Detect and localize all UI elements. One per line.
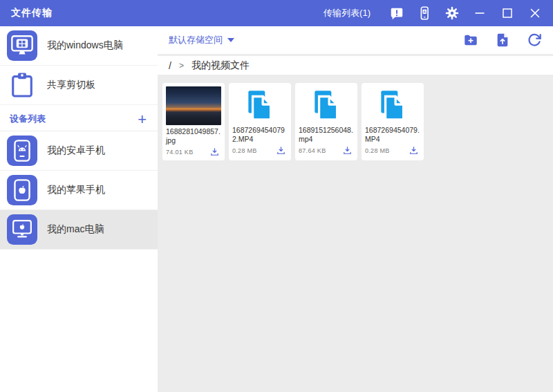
titlebar: 文件传输 传输列表(1) A — [0, 0, 553, 26]
titlebar-actions: 传输列表(1) A — [324, 0, 549, 26]
window-title: 文件传输 — [11, 7, 53, 19]
sidebar-item-label: 我的安卓手机 — [47, 144, 105, 157]
phone-screen-icon[interactable]: A — [411, 0, 438, 26]
storage-selector-label: 默认存储空间 — [169, 34, 223, 46]
file-card[interactable]: 1688281049857.jpg 74.01 KB — [162, 83, 225, 160]
device-list-title: 设备列表 — [10, 113, 46, 125]
add-device-button[interactable]: + — [138, 114, 147, 125]
video-file-icon — [295, 84, 357, 126]
file-size: 0.28 MB — [232, 147, 257, 154]
sidebar-item-label: 我的苹果手机 — [47, 184, 105, 196]
sidebar: 我的windows电脑 共享剪切板 设备列表 + 我的安 — [0, 26, 158, 392]
android-phone-icon — [7, 136, 37, 166]
video-file-icon — [229, 84, 291, 126]
content-area: 默认存储空间 — [158, 26, 553, 392]
device-list: 我的安卓手机 我的苹果手机 我的mac电脑 — [0, 131, 158, 250]
breadcrumb-root[interactable]: / — [169, 60, 171, 71]
maximize-button[interactable] — [494, 0, 521, 26]
toolbar-icons — [463, 32, 542, 48]
file-name: 1687269454079.MP4 — [362, 126, 424, 144]
sidebar-item-label: 我的windows电脑 — [47, 39, 123, 52]
close-button[interactable] — [521, 0, 549, 26]
main-area: 我的windows电脑 共享剪切板 设备列表 + 我的安 — [0, 26, 553, 392]
transfer-list-button[interactable]: 传输列表(1) — [324, 7, 371, 19]
windows-computer-icon — [7, 30, 37, 61]
file-size: 0.28 MB — [365, 147, 390, 154]
sidebar-item-windows-computer[interactable]: 我的windows电脑 — [0, 26, 158, 66]
sidebar-item-shared-clipboard[interactable]: 共享剪切板 — [0, 66, 158, 105]
image-thumbnail — [166, 86, 221, 125]
file-card[interactable]: 1689151256048.mp4 87.64 KB — [295, 83, 357, 160]
breadcrumb: / > 我的视频文件 — [158, 56, 553, 75]
file-card[interactable]: 1687269454079.MP4 0.28 MB — [362, 83, 424, 160]
clipboard-icon — [7, 70, 37, 100]
video-file-icon — [362, 84, 424, 126]
breadcrumb-separator: > — [179, 61, 184, 71]
file-size: 87.64 KB — [299, 147, 326, 154]
device-list-header: 设备列表 + — [0, 105, 158, 131]
file-name: 1689151256048.mp4 — [295, 126, 357, 144]
sidebar-item-apple-phone[interactable]: 我的苹果手机 — [0, 171, 158, 210]
sidebar-item-android-phone[interactable]: 我的安卓手机 — [0, 131, 158, 171]
file-card[interactable]: 1687269454079 2.MP4 0.28 MB — [229, 83, 291, 160]
storage-toolbar: 默认存储空间 — [158, 26, 553, 54]
download-icon[interactable] — [342, 145, 353, 156]
minimize-button[interactable] — [466, 0, 494, 26]
breadcrumb-current: 我的视频文件 — [191, 59, 250, 72]
settings-gear-icon[interactable] — [438, 0, 466, 26]
feedback-bubble-icon[interactable] — [383, 0, 411, 26]
chevron-down-icon — [227, 38, 234, 42]
refresh-icon[interactable] — [527, 32, 542, 48]
app-window: 文件传输 传输列表(1) A — [0, 0, 553, 392]
sidebar-item-label: 我的mac电脑 — [47, 223, 104, 236]
sidebar-item-mac-computer[interactable]: 我的mac电脑 — [0, 210, 158, 250]
mac-computer-icon — [7, 214, 37, 245]
file-name: 1687269454079 2.MP4 — [229, 126, 291, 144]
file-size: 74.01 KB — [166, 149, 193, 156]
apple-phone-icon — [7, 175, 37, 205]
download-icon[interactable] — [276, 145, 286, 156]
new-folder-icon[interactable] — [463, 32, 478, 48]
download-icon[interactable] — [409, 145, 419, 156]
upload-file-icon[interactable] — [495, 32, 510, 48]
file-grid: 1688281049857.jpg 74.01 KB 1687269454079… — [158, 75, 553, 160]
file-name: 1688281049857.jpg — [162, 127, 225, 146]
svg-text:A: A — [423, 10, 426, 14]
sidebar-item-label: 共享剪切板 — [47, 79, 95, 91]
download-icon[interactable] — [209, 147, 220, 157]
storage-selector[interactable]: 默认存储空间 — [169, 34, 234, 46]
